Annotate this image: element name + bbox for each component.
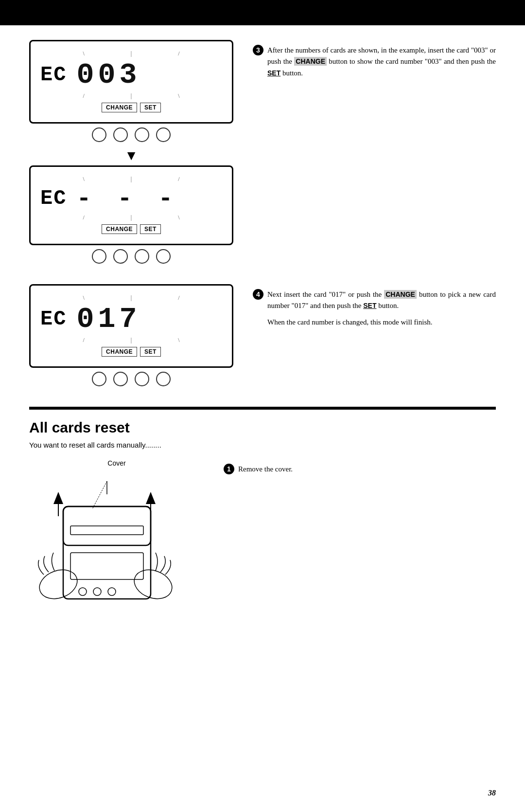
circle-btn-8[interactable]	[156, 249, 171, 264]
svg-rect-7	[70, 526, 143, 535]
set-highlight-3: SET	[267, 69, 280, 77]
svg-point-10	[93, 588, 101, 595]
step-3-block: 3 After the numbers of cards are shown, …	[253, 45, 496, 79]
circle-btn-3[interactable]	[135, 127, 149, 142]
display-panel-1: \ | / EC 003 / | \ CHANGE SET	[29, 40, 233, 124]
down-arrow: ▼	[29, 148, 233, 163]
tick-bottom-1: / | \	[40, 92, 222, 100]
change-button-3[interactable]: CHANGE	[102, 347, 137, 357]
step-1-reset-block: 1 Remove the cover.	[224, 464, 496, 475]
set-button-3[interactable]: SET	[140, 347, 161, 357]
step-4-number: 4	[253, 289, 263, 300]
circles-row-3	[29, 372, 233, 386]
display-inner-3: EC 017	[40, 303, 222, 336]
circle-btn-11[interactable]	[135, 372, 149, 386]
change-highlight-3: CHANGE	[294, 57, 327, 66]
circle-btn-9[interactable]	[92, 372, 106, 386]
all-cards-reset-section: All cards reset You want to reset all ca…	[29, 419, 496, 625]
display-inner-2: EC - - -	[40, 184, 222, 213]
svg-point-11	[108, 588, 116, 595]
svg-marker-1	[53, 492, 63, 504]
step-1-reset-number: 1	[224, 464, 234, 474]
display-digits-1: 003	[76, 58, 140, 91]
display-ec-1: EC	[40, 63, 67, 87]
svg-marker-3	[146, 492, 156, 504]
circle-btn-6[interactable]	[113, 249, 128, 264]
button-row-3: CHANGE SET	[40, 347, 222, 357]
button-row-1: CHANGE SET	[40, 103, 222, 112]
top-section: \ | / EC 003 / | \ CHANGE SET	[29, 40, 496, 270]
device-illustration-col: Cover	[29, 459, 204, 625]
change-highlight-4: CHANGE	[384, 290, 417, 299]
right-col-step3: 3 After the numbers of cards are shown, …	[253, 40, 496, 270]
circle-btn-10[interactable]	[113, 372, 128, 386]
step-4-text: Next insert the card "017" or push the C…	[267, 289, 496, 328]
change-button-2[interactable]: CHANGE	[102, 224, 137, 234]
page-number: 38	[488, 789, 496, 797]
circles-row-1	[29, 127, 233, 142]
section-title: All cards reset	[29, 419, 496, 436]
display-ec-3: EC	[40, 307, 67, 331]
step-3-text: After the numbers of cards are shown, in…	[267, 45, 496, 79]
svg-line-14	[92, 481, 107, 509]
change-button-1[interactable]: CHANGE	[102, 103, 137, 112]
svg-point-12	[35, 565, 81, 604]
svg-point-13	[130, 565, 176, 604]
display-panel-3: \ | / EC 017 / | \ CHANGE SET	[29, 284, 233, 368]
button-row-2: CHANGE SET	[40, 224, 222, 234]
tick-bottom-2: / | \	[40, 214, 222, 221]
tick-top-1: \ | /	[40, 50, 222, 57]
circle-btn-2[interactable]	[113, 127, 128, 142]
display-ec-2: EC	[40, 187, 67, 210]
svg-point-9	[79, 588, 87, 595]
tick-bottom-3: / | \	[40, 337, 222, 344]
set-button-2[interactable]: SET	[140, 224, 161, 234]
cover-label: Cover	[107, 459, 125, 467]
circle-btn-5[interactable]	[92, 249, 106, 264]
display-inner-1: EC 003	[40, 58, 222, 91]
set-highlight-4: SET	[363, 302, 376, 309]
device-svg	[29, 477, 204, 625]
step-3-paragraph: After the numbers of cards are shown, in…	[267, 45, 496, 79]
bottom-section: Cover	[29, 459, 496, 625]
step-1-reset-paragraph: Remove the cover.	[238, 464, 496, 475]
step-4-paragraph-1: Next insert the card "017" or push the C…	[267, 289, 496, 312]
display-panels: \ | / EC 003 / | \ CHANGE SET	[29, 40, 233, 270]
step-3-number: 3	[253, 45, 263, 55]
panel-3-col: \ | / EC 017 / | \ CHANGE SET	[29, 284, 233, 392]
circle-btn-4[interactable]	[156, 127, 171, 142]
display-digits-3: 017	[76, 303, 140, 336]
circle-btn-12[interactable]	[156, 372, 171, 386]
section-divider	[29, 407, 496, 410]
panel3-section: \ | / EC 017 / | \ CHANGE SET	[29, 284, 496, 392]
circle-btn-1[interactable]	[92, 127, 106, 142]
bottom-right-col: 1 Remove the cover.	[224, 459, 496, 483]
section-subtitle: You want to reset all cards manually....…	[29, 441, 496, 449]
tick-top-3: \ | /	[40, 294, 222, 302]
step-1-reset-text: Remove the cover.	[238, 464, 496, 475]
circle-btn-7[interactable]	[135, 249, 149, 264]
top-bar	[0, 0, 525, 25]
step-4-paragraph-2: When the card number is changed, this mo…	[267, 317, 496, 328]
right-col-step4: 4 Next insert the card "017" or push the…	[253, 284, 496, 392]
circles-row-2	[29, 249, 233, 264]
set-button-1[interactable]: SET	[140, 103, 161, 112]
step-4-block: 4 Next insert the card "017" or push the…	[253, 289, 496, 328]
display-panel-2: \ | / EC - - - / | \ CHANGE SET	[29, 165, 233, 245]
svg-rect-8	[70, 553, 143, 579]
display-dashes: - - -	[76, 185, 178, 213]
tick-top-2: \ | /	[40, 176, 222, 183]
